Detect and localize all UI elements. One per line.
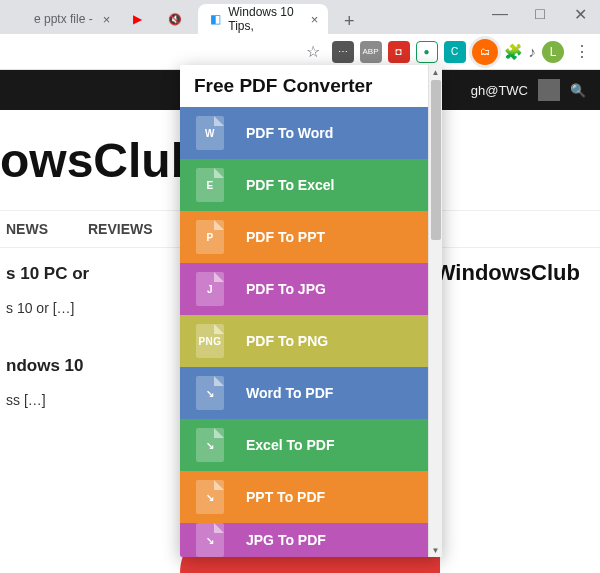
conv-row-pdf-to-png[interactable]: PNGPDF To PNG	[180, 315, 428, 367]
pdf-converter-icon: 🗂	[480, 46, 490, 57]
window-controls: — □ ✕	[480, 0, 600, 28]
conv-row-label: PDF To Excel	[246, 177, 334, 193]
tab-label: Windows 10 Tips,	[228, 5, 300, 33]
popup-title: Free PDF Converter	[180, 65, 428, 107]
minimize-button[interactable]: —	[480, 0, 520, 28]
muted-icon: 🔇	[168, 13, 182, 26]
conv-row-excel-to-pdf[interactable]: ↘Excel To PDF	[180, 419, 428, 471]
conv-row-pdf-to-excel[interactable]: EPDF To Excel	[180, 159, 428, 211]
close-icon: ✕	[574, 5, 587, 24]
tab-muted[interactable]: 🔇	[160, 4, 196, 34]
extensions-puzzle-icon[interactable]: 🧩	[504, 43, 523, 61]
file-type-icon: P	[196, 220, 224, 254]
ellipsis-icon: ⋯	[338, 46, 348, 57]
extension-btn-3[interactable]: ◘	[388, 41, 410, 63]
maximize-button[interactable]: □	[520, 0, 560, 28]
extensions-row: ⋯ ABP ◘ ● C 🗂 🧩 ♪ L ⋮	[332, 39, 595, 65]
conv-row-pdf-to-jpg[interactable]: JPDF To JPG	[180, 263, 428, 315]
conv-row-pdf-to-word[interactable]: WPDF To Word	[180, 107, 428, 159]
profile-initial: L	[550, 45, 557, 59]
scroll-down-icon[interactable]: ▼	[429, 543, 443, 557]
conv-row-label: JPG To PDF	[246, 532, 326, 548]
conv-row-label: PPT To PDF	[246, 489, 325, 505]
tab-1[interactable]: e pptx file - ×	[4, 4, 120, 34]
file-type-icon: ↘	[196, 480, 224, 514]
scrollbar-thumb[interactable]	[431, 80, 441, 240]
tab-windows10tips[interactable]: ◧ Windows 10 Tips, ×	[198, 4, 328, 34]
new-tab-button[interactable]: +	[336, 8, 362, 34]
conv-row-label: Word To PDF	[246, 385, 333, 401]
close-window-button[interactable]: ✕	[560, 0, 600, 28]
nav-reviews[interactable]: REVIEWS	[88, 221, 153, 237]
extension-btn-abp[interactable]: ABP	[360, 41, 382, 63]
youtube-icon: ▶	[130, 12, 144, 26]
extension-btn-1[interactable]: ⋯	[332, 41, 354, 63]
green-dot-icon: ●	[423, 46, 429, 57]
file-type-icon: E	[196, 168, 224, 202]
close-icon[interactable]: ×	[103, 12, 111, 27]
extension-btn-pdf-converter[interactable]: 🗂	[472, 39, 498, 65]
tab-youtube[interactable]: ▶	[122, 4, 158, 34]
red-ext-icon: ◘	[395, 46, 401, 57]
bookmark-star-icon[interactable]: ☆	[300, 42, 326, 61]
file-type-icon: W	[196, 116, 224, 150]
browser-tab-strip: e pptx file - × ▶ 🔇 ◧ Windows 10 Tips, ×…	[0, 0, 600, 34]
conv-row-label: PDF To JPG	[246, 281, 326, 297]
extension-btn-5[interactable]: C	[444, 41, 466, 63]
chrome-menu-button[interactable]: ⋮	[570, 42, 594, 61]
profile-avatar[interactable]: L	[542, 41, 564, 63]
conv-row-label: PDF To Word	[246, 125, 333, 141]
blank-favicon-icon	[14, 12, 28, 26]
extension-btn-4[interactable]: ●	[416, 41, 438, 63]
conv-row-ppt-to-pdf[interactable]: ↘PPT To PDF	[180, 471, 428, 523]
user-label: gh@TWC	[471, 83, 528, 98]
conv-row-label: PDF To PPT	[246, 229, 325, 245]
conv-row-jpg-to-pdf[interactable]: ↘JPG To PDF	[180, 523, 428, 557]
conv-row-word-to-pdf[interactable]: ↘Word To PDF	[180, 367, 428, 419]
popup-scrollbar[interactable]: ▲ ▼	[428, 65, 442, 557]
nav-news[interactable]: NEWS	[6, 221, 48, 237]
maximize-icon: □	[535, 5, 545, 23]
file-type-icon: ↘	[196, 523, 224, 557]
file-type-icon: ↘	[196, 376, 224, 410]
avatar-icon	[538, 79, 560, 101]
file-type-icon: ↘	[196, 428, 224, 462]
file-type-icon: PNG	[196, 324, 224, 358]
close-icon[interactable]: ×	[311, 12, 319, 27]
pdf-converter-popup: Free PDF Converter WPDF To WordEPDF To E…	[180, 65, 442, 557]
windowsclub-favicon-icon: ◧	[208, 12, 222, 26]
minimize-icon: —	[492, 5, 508, 23]
conv-row-label: PDF To PNG	[246, 333, 328, 349]
plus-icon: +	[344, 11, 355, 32]
media-control-icon[interactable]: ♪	[529, 43, 537, 60]
teal-c-icon: C	[451, 46, 458, 57]
conv-row-pdf-to-ppt[interactable]: PPDF To PPT	[180, 211, 428, 263]
conv-row-label: Excel To PDF	[246, 437, 334, 453]
scroll-up-icon[interactable]: ▲	[429, 65, 443, 79]
abp-icon: ABP	[362, 47, 378, 56]
file-type-icon: J	[196, 272, 224, 306]
search-icon[interactable]: 🔍	[570, 83, 586, 98]
tab-label: e pptx file -	[34, 12, 93, 26]
